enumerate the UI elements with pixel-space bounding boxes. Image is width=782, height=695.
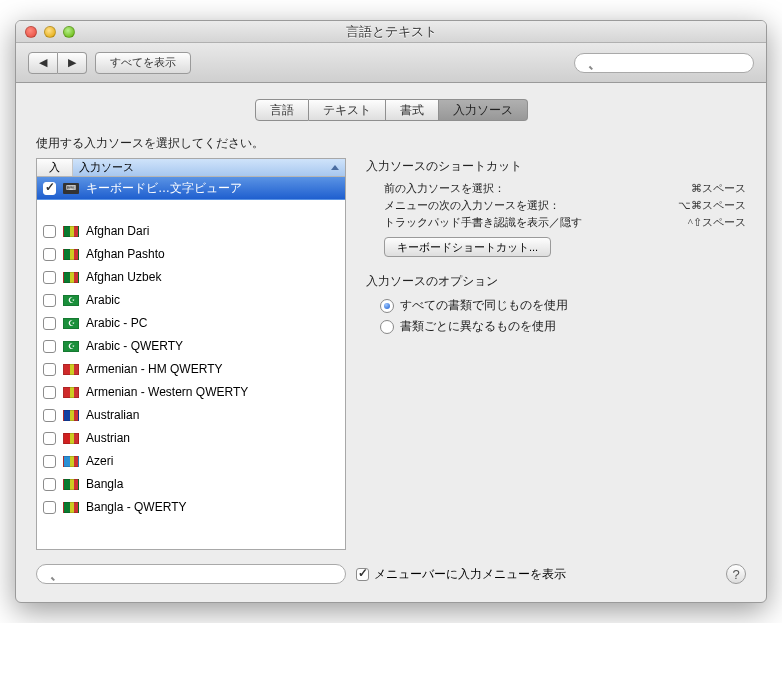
row-label: Armenian - Western QWERTY — [86, 385, 248, 399]
list-item[interactable]: Armenian - HM QWERTY — [37, 358, 345, 381]
row-label: Arabic - QWERTY — [86, 339, 183, 353]
list-filter[interactable] — [36, 564, 346, 584]
shortcut-label: メニューの次の入力ソースを選択： — [384, 198, 678, 213]
shortcut-keys: ⌘スペース — [691, 181, 746, 196]
radio-icon — [380, 299, 394, 313]
flag-icon — [63, 249, 79, 260]
tab-3[interactable]: 入力ソース — [439, 99, 528, 121]
list-header-name[interactable]: 入力ソース — [73, 159, 345, 176]
preferences-window: 言語とテキスト ◀ ▶ すべてを表示 言語テキスト書式入力ソース 使用する入力ソ… — [15, 20, 767, 603]
row-checkbox[interactable] — [43, 409, 56, 422]
row-checkbox[interactable] — [43, 340, 56, 353]
list-item[interactable]: Afghan Dari — [37, 220, 345, 243]
keyboard-icon: ⌨ — [63, 183, 79, 194]
list-item[interactable]: Austrian — [37, 427, 345, 450]
row-checkbox[interactable] — [43, 182, 56, 195]
toolbar-search[interactable] — [574, 53, 754, 73]
flag-icon: ☪ — [63, 318, 79, 329]
flag-icon — [63, 272, 79, 283]
list-item[interactable]: ☪Arabic - QWERTY — [37, 335, 345, 358]
row-checkbox[interactable] — [43, 271, 56, 284]
close-icon[interactable] — [25, 26, 37, 38]
row-label: Arabic — [86, 293, 120, 307]
row-checkbox[interactable] — [43, 294, 56, 307]
list-item[interactable]: ☪Arabic — [37, 289, 345, 312]
row-label: Bangla - QWERTY — [86, 500, 186, 514]
shortcuts-title: 入力ソースのショートカット — [366, 158, 746, 175]
flag-icon — [63, 502, 79, 513]
list-header-enabled[interactable]: 入 — [37, 159, 73, 176]
input-source-list: 入 入力ソース ⌨キーボードビ…文字ビューアAfghan DariAfghan … — [36, 158, 346, 550]
tab-bar: 言語テキスト書式入力ソース — [255, 99, 528, 121]
filter-input[interactable] — [36, 564, 346, 584]
list-item[interactable]: Armenian - Western QWERTY — [37, 381, 345, 404]
zoom-icon[interactable] — [63, 26, 75, 38]
row-checkbox[interactable] — [43, 386, 56, 399]
list-item[interactable]: ⌨キーボードビ…文字ビューア — [37, 177, 345, 200]
row-label: Azeri — [86, 454, 113, 468]
row-label: Afghan Pashto — [86, 247, 165, 261]
titlebar: 言語とテキスト — [16, 21, 766, 43]
radio-option[interactable]: 書類ごとに異なるものを使用 — [380, 316, 746, 337]
row-checkbox[interactable] — [43, 248, 56, 261]
show-input-menu-checkbox[interactable]: メニューバーに入力メニューを表示 — [356, 566, 566, 583]
help-button[interactable]: ? — [726, 564, 746, 584]
list-item[interactable]: Azeri — [37, 450, 345, 473]
radio-label: 書類ごとに異なるものを使用 — [400, 318, 556, 335]
flag-icon: ☪ — [63, 341, 79, 352]
row-checkbox[interactable] — [43, 432, 56, 445]
radio-label: すべての書類で同じものを使用 — [400, 297, 568, 314]
row-label: Austrian — [86, 431, 130, 445]
radio-option[interactable]: すべての書類で同じものを使用 — [380, 295, 746, 316]
row-label: Afghan Uzbek — [86, 270, 161, 284]
shortcut-row: トラックパッド手書き認識を表示／隠す^⇧スペース — [366, 214, 746, 231]
list-item[interactable]: Bangla - QWERTY — [37, 496, 345, 519]
tab-0[interactable]: 言語 — [255, 99, 309, 121]
checkbox-icon — [356, 568, 369, 581]
flag-icon — [63, 410, 79, 421]
row-checkbox[interactable] — [43, 455, 56, 468]
list-item[interactable]: ☪Arabic - PC — [37, 312, 345, 335]
list-item[interactable]: Afghan Pashto — [37, 243, 345, 266]
shortcut-row: メニューの次の入力ソースを選択：⌥⌘スペース — [366, 197, 746, 214]
row-label: Bangla — [86, 477, 123, 491]
search-input[interactable] — [574, 53, 754, 73]
shortcut-keys: ^⇧スペース — [688, 215, 746, 230]
flag-icon — [63, 456, 79, 467]
row-checkbox[interactable] — [43, 225, 56, 238]
row-checkbox[interactable] — [43, 501, 56, 514]
flag-icon — [63, 479, 79, 490]
row-label: Arabic - PC — [86, 316, 147, 330]
shortcut-label: 前の入力ソースを選択： — [384, 181, 691, 196]
row-label: Afghan Dari — [86, 224, 149, 238]
shortcut-keys: ⌥⌘スペース — [678, 198, 746, 213]
row-checkbox[interactable] — [43, 478, 56, 491]
back-button[interactable]: ◀ — [28, 52, 58, 74]
instruction-text: 使用する入力ソースを選択してください。 — [36, 135, 746, 152]
shortcut-row: 前の入力ソースを選択：⌘スペース — [366, 180, 746, 197]
sort-indicator-icon — [331, 165, 339, 170]
keyboard-shortcuts-button[interactable]: キーボードショートカット... — [384, 237, 551, 257]
tab-1[interactable]: テキスト — [309, 99, 386, 121]
forward-button[interactable]: ▶ — [58, 52, 87, 74]
list-item[interactable]: Bangla — [37, 473, 345, 496]
toolbar: ◀ ▶ すべてを表示 — [16, 43, 766, 83]
window-title: 言語とテキスト — [16, 23, 766, 41]
row-label: Australian — [86, 408, 139, 422]
radio-icon — [380, 320, 394, 334]
flag-icon — [63, 364, 79, 375]
tab-2[interactable]: 書式 — [386, 99, 439, 121]
row-checkbox[interactable] — [43, 317, 56, 330]
list-rows[interactable]: ⌨キーボードビ…文字ビューアAfghan DariAfghan PashtoAf… — [37, 177, 345, 549]
show-all-button[interactable]: すべてを表示 — [95, 52, 191, 74]
list-item[interactable]: Afghan Uzbek — [37, 266, 345, 289]
shortcut-label: トラックパッド手書き認識を表示／隠す — [384, 215, 688, 230]
row-label: Armenian - HM QWERTY — [86, 362, 222, 376]
row-checkbox[interactable] — [43, 363, 56, 376]
flag-icon — [63, 226, 79, 237]
minimize-icon[interactable] — [44, 26, 56, 38]
flag-icon — [63, 387, 79, 398]
flag-icon: ☪ — [63, 295, 79, 306]
list-item[interactable]: Australian — [37, 404, 345, 427]
row-label: キーボードビ…文字ビューア — [86, 180, 242, 197]
